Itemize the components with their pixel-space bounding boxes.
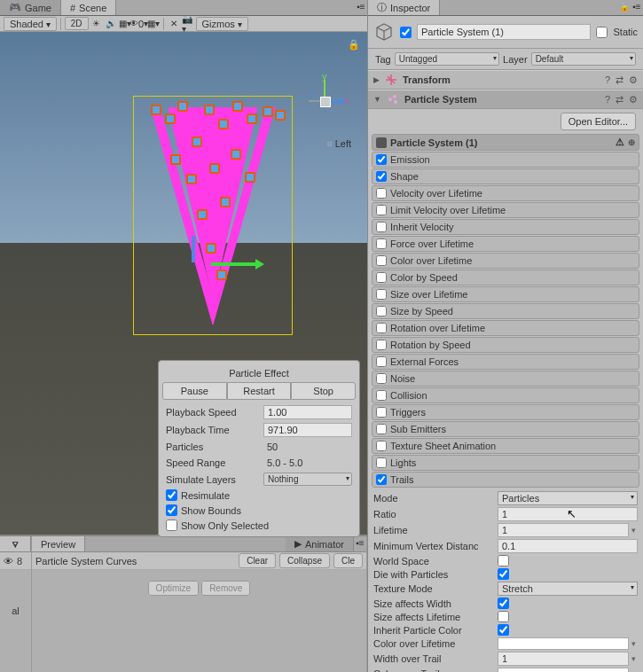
module-color-by-speed[interactable]: Color by Speed [372,270,639,285]
optimize-button[interactable]: Optimize [148,581,199,596]
gameobject-name-field[interactable] [417,24,591,40]
preview-menu-icon[interactable]: ▪≡ [354,536,366,549]
lock-icon[interactable]: 🔒 [348,39,360,51]
module-checkbox[interactable] [376,289,387,300]
orientation-gizmo[interactable]: y z x [298,74,351,128]
module-main-menu[interactable]: ⊕ [628,137,635,147]
module-checkbox[interactable] [376,441,387,451]
module-rotation-by-speed[interactable]: Rotation by Speed [372,337,639,353]
module-trails[interactable]: Trails [372,472,639,488]
module-checkbox[interactable] [376,205,387,215]
module-size-over-lifetime[interactable]: Size over Lifetime [372,286,639,302]
gizmo-center[interactable] [320,97,331,107]
ps-reset-icon[interactable]: ⇄ [616,94,623,105]
ps-foldout[interactable]: ▼ [373,95,381,104]
module-checkbox[interactable] [376,356,387,367]
module-checkbox[interactable] [376,171,387,182]
playback-time-field[interactable] [263,423,352,437]
module-color-over-lifetime[interactable]: Color over Lifetime [372,253,639,269]
perspective-label[interactable]: ≡ Left [326,138,351,149]
2d-toggle[interactable]: 2D [65,17,89,30]
module-noise[interactable]: Noise [372,371,639,387]
lighting-icon[interactable]: ☀ [90,18,103,30]
tab-preview[interactable]: Preview [32,536,85,551]
colorovertrail-field[interactable] [498,668,629,672]
module-checkbox[interactable] [376,222,387,232]
visibility-icon[interactable]: 👁0▾ [133,18,145,30]
ratio-field[interactable] [498,507,638,521]
restart-button[interactable]: Restart [227,382,292,400]
pause-button[interactable]: Pause [162,382,227,400]
module-checkbox[interactable] [376,255,387,266]
tag-dropdown[interactable]: Untagged [395,52,499,66]
ps-help-icon[interactable]: ? [605,94,610,105]
tab-game[interactable]: 🎮Game [0,0,61,15]
lifetime-curve-icon[interactable]: ▾ [629,526,638,535]
module-rotation-over-lifetime[interactable]: Rotation over Lifetime [372,320,639,336]
scene-viewport[interactable]: 🔒 [0,32,367,535]
module-checkbox[interactable] [376,474,387,485]
axis-y-arrow[interactable] [192,236,195,262]
gameobject-active-checkbox[interactable] [400,27,412,38]
transform-help-icon[interactable]: ? [605,74,610,85]
tools-icon[interactable]: ✕ [168,18,180,30]
coloroverlifetime-field[interactable] [498,637,629,650]
open-editor-button[interactable]: Open Editor... [561,113,636,130]
texturemode-dropdown[interactable]: Stretch [498,582,638,596]
module-external-forces[interactable]: External Forces [372,354,639,370]
module-checkbox[interactable] [376,424,387,434]
module-checkbox[interactable] [376,154,387,165]
sizeaffectslifetime-checkbox[interactable] [498,611,509,622]
show-bounds-checkbox[interactable] [166,504,177,516]
module-checkbox[interactable] [376,390,387,401]
remove-button[interactable]: Remove [201,581,250,596]
tab-scene[interactable]: #Scene [61,0,116,15]
transform-gear-icon[interactable]: ⚙ [629,74,638,86]
module-inherit-velocity[interactable]: Inherit Velocity [372,219,639,235]
show-only-selected-checkbox[interactable] [166,520,177,531]
widthovertrail-field[interactable] [498,652,629,666]
worldspace-checkbox[interactable] [498,555,509,567]
module-texture-sheet-animation[interactable]: Texture Sheet Animation [372,438,639,454]
module-lights[interactable]: Lights [372,455,639,471]
shading-dropdown[interactable]: Shaded ▾ [4,17,57,31]
module-collision[interactable]: Collision [372,387,639,403]
module-limit-velocity-over-lifetime[interactable]: Limit Velocity over Lifetime [372,202,639,218]
module-checkbox[interactable] [376,407,387,418]
clear-button[interactable]: Clear [239,553,276,568]
cle-button[interactable]: Cle [333,553,363,568]
module-checkbox[interactable] [376,272,387,283]
module-velocity-over-lifetime[interactable]: Velocity over Lifetime [372,185,639,201]
inspector-menu-icon[interactable]: ▪≡ [631,0,643,12]
gameobject-icon[interactable] [373,21,395,43]
module-emission[interactable]: Emission [372,152,639,168]
layer-dropdown[interactable]: Default [531,52,636,66]
module-checkbox[interactable] [376,238,387,249]
gizmos-dropdown[interactable]: Gizmos ▾ [196,17,248,31]
mode-dropdown[interactable]: Particles [498,491,638,505]
coloroverlifetime-curve-icon[interactable]: ▾ [629,639,638,648]
module-triggers[interactable]: Triggers [372,404,639,420]
tab-animator[interactable]: ▶Animator [286,536,354,551]
axis-x-arrow[interactable] [211,262,257,266]
audio-icon[interactable]: 🔊 [105,18,117,30]
transform-reset-icon[interactable]: ⇄ [616,74,623,86]
simulate-layers-dropdown[interactable]: Nothing [263,473,352,486]
module-size-by-speed[interactable]: Size by Speed [372,303,639,319]
module-checkbox[interactable] [376,373,387,384]
diewithparticles-checkbox[interactable] [498,568,509,580]
tab-menu-icon[interactable]: ▪≡ [355,0,367,12]
minvertex-field[interactable] [498,539,638,553]
transform-foldout[interactable]: ▶ [373,75,380,84]
inspector-lock-icon[interactable]: 🔓 [618,0,631,12]
module-checkbox[interactable] [376,323,387,333]
module-checkbox[interactable] [376,457,387,468]
module-sub-emitters[interactable]: Sub Emitters [372,421,639,437]
static-checkbox[interactable] [596,27,608,38]
ps-gear-icon[interactable]: ⚙ [629,94,638,105]
camera-icon[interactable]: 📷▾ [182,18,194,30]
tab-inspector[interactable]: ⓘInspector [368,0,440,15]
module-force-over-lifetime[interactable]: Force over Lifetime [372,236,639,252]
grid-icon[interactable]: ▦▾ [147,18,160,30]
resimulate-checkbox[interactable] [166,489,177,501]
